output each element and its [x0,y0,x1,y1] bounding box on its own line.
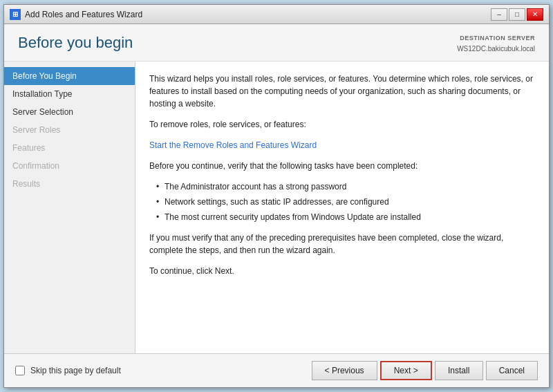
destination-label: DESTINATION SERVER [457,34,535,44]
cancel-button[interactable]: Cancel [486,361,538,380]
maximize-button[interactable]: □ [509,8,525,21]
sidebar-item-before-you-begin[interactable]: Before You Begin [4,67,135,85]
intro-paragraph: This wizard helps you install roles, rol… [149,73,535,110]
footer-area: Skip this page by default < Previous Nex… [4,353,549,387]
title-bar-controls: – □ ✕ [491,8,543,21]
page-title: Before you begin [18,34,133,52]
content-area: Before you begin DESTINATION SERVER WS12… [4,24,549,387]
sidebar-item-results: Results [4,175,135,193]
sidebar-item-features: Features [4,139,135,157]
verify-note-paragraph: If you must verify that any of the prece… [149,232,535,256]
bullet-item-3: The most current security updates from W… [156,211,535,223]
button-group: < Previous Next > Install Cancel [312,361,538,380]
skip-page-checkbox[interactable] [15,366,25,375]
title-bar: ⊞ Add Roles and Features Wizard – □ ✕ [4,5,549,24]
remove-paragraph: To remove roles, role services, or featu… [149,118,535,131]
close-button[interactable]: ✕ [527,8,543,21]
bullet-item-2: Network settings, such as static IP addr… [156,196,535,208]
header-bar: Before you begin DESTINATION SERVER WS12… [4,24,549,62]
continue-paragraph: To continue, click Next. [149,265,535,277]
remove-wizard-link[interactable]: Start the Remove Roles and Features Wiza… [149,140,317,150]
destination-server-name: WS12DC.bakicubuk.local [457,44,535,54]
prerequisites-list: The Administrator account has a strong p… [156,180,535,223]
previous-button[interactable]: < Previous [312,361,377,380]
skip-page-label[interactable]: Skip this page by default [30,366,121,375]
minimize-button[interactable]: – [491,8,507,21]
sidebar-item-installation-type[interactable]: Installation Type [4,85,135,103]
checkbox-area: Skip this page by default [15,366,121,375]
sidebar: Before You Begin Installation Type Serve… [4,62,135,354]
destination-server-info: DESTINATION SERVER WS12DC.bakicubuk.loca… [457,34,535,54]
wizard-window: ⊞ Add Roles and Features Wizard – □ ✕ Be… [3,4,550,388]
main-content: This wizard helps you install roles, rol… [135,62,549,354]
window-title: Add Roles and Features Wizard [25,10,142,19]
main-body: Before You Begin Installation Type Serve… [4,62,549,354]
sidebar-item-server-roles: Server Roles [4,121,135,139]
next-button[interactable]: Next > [380,361,432,380]
install-button[interactable]: Install [435,361,483,380]
title-bar-left: ⊞ Add Roles and Features Wizard [10,9,142,20]
verify-paragraph: Before you continue, verify that the fol… [149,160,535,172]
sidebar-item-server-selection[interactable]: Server Selection [4,103,135,121]
sidebar-item-confirmation: Confirmation [4,157,135,175]
bullet-item-1: The Administrator account has a strong p… [156,180,535,193]
app-icon: ⊞ [10,9,21,20]
